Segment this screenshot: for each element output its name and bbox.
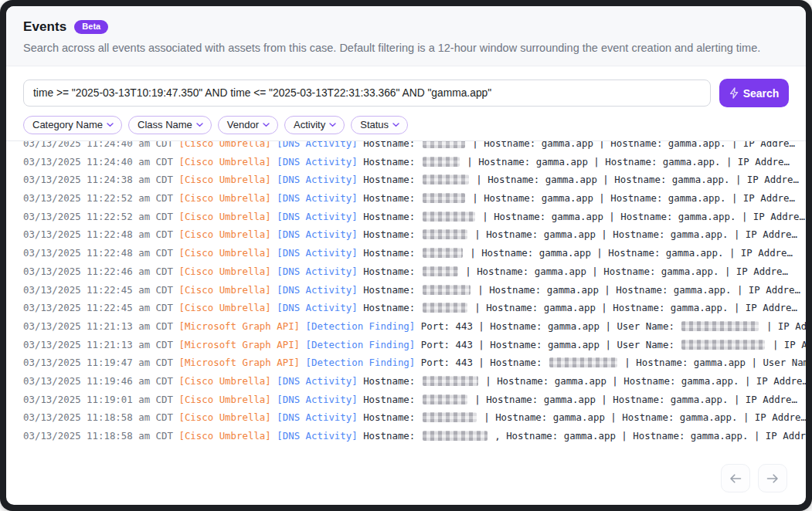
event-timestamp: 03/13/2025 11:22:48 am CDT — [23, 247, 178, 259]
event-message: Hostname: | Hostname: gamma.app | Hostna… — [363, 284, 800, 296]
redacted-value — [423, 193, 465, 203]
event-class: [DNS Activity] — [277, 411, 357, 423]
filter-pill[interactable]: Activity — [284, 116, 345, 134]
next-page-button[interactable] — [758, 464, 787, 492]
event-vendor: [Cisco Umbrella] — [178, 430, 270, 442]
event-log-row[interactable]: 03/13/2025 11:22:45 am CDT [Cisco Umbrel… — [23, 299, 806, 317]
event-class: [Detection Finding] — [306, 339, 416, 350]
filter-pill[interactable]: Vendor — [218, 116, 278, 134]
event-message: Hostname: | Hostname: gamma.app | Hostna… — [363, 411, 806, 423]
prev-page-button[interactable] — [721, 464, 750, 492]
event-class: [DNS Activity] — [277, 247, 357, 259]
event-class: [DNS Activity] — [277, 394, 357, 405]
event-message: Hostname: | Hostname: gamma.app | Hostna… — [363, 375, 806, 387]
event-timestamp: 03/13/2025 11:22:46 am CDT — [23, 266, 178, 277]
event-vendor: [Cisco Umbrella] — [178, 174, 270, 185]
page-title: Events — [23, 19, 66, 35]
beta-badge: Beta — [74, 20, 108, 34]
redacted-value — [423, 157, 460, 167]
event-log-row[interactable]: 03/13/2025 11:22:46 am CDT [Cisco Umbrel… — [23, 262, 806, 281]
event-log-row[interactable]: 03/13/2025 11:19:47 am CDT [Microsoft Gr… — [23, 354, 806, 372]
event-timestamp: 03/13/2025 11:19:01 am CDT — [23, 394, 178, 405]
event-log-scroll: 03/13/2025 11:24:40 am CDT [Cisco Umbrel… — [23, 141, 806, 445]
redacted-value — [681, 321, 759, 331]
event-timestamp: 03/13/2025 11:22:48 am CDT — [23, 228, 178, 240]
search-section: Search Category Name Class Name — [6, 66, 806, 141]
redacted-value — [423, 285, 471, 295]
redacted-value — [681, 340, 765, 350]
event-class: [DNS Activity] — [277, 266, 357, 277]
event-log-row[interactable]: 03/13/2025 11:19:01 am CDT [Cisco Umbrel… — [23, 391, 806, 409]
event-class: [DNS Activity] — [277, 375, 357, 387]
event-timestamp: 03/13/2025 11:18:58 am CDT — [23, 411, 178, 423]
event-log-row[interactable]: 03/13/2025 11:18:58 am CDT [Cisco Umbrel… — [23, 408, 806, 427]
chevron-down-icon — [329, 123, 336, 127]
events-panel: Events Beta Search across all events ass… — [6, 6, 806, 505]
event-vendor: [Cisco Umbrella] — [178, 211, 270, 222]
event-message: Hostname: | Hostname: gamma.app | Hostna… — [363, 174, 799, 185]
bolt-icon — [729, 87, 739, 99]
event-timestamp: 03/13/2025 11:18:58 am CDT — [23, 430, 178, 442]
redacted-value — [423, 376, 478, 386]
event-class: [DNS Activity] — [277, 141, 357, 149]
chevron-down-icon — [392, 123, 399, 127]
window-frame: Events Beta Search across all events ass… — [0, 0, 812, 511]
event-class: [DNS Activity] — [277, 228, 357, 240]
redacted-value — [423, 266, 458, 276]
chevron-down-icon — [263, 123, 270, 127]
event-message: Hostname: | Hostname: gamma.app | Hostna… — [363, 156, 790, 168]
event-class: [Detection Finding] — [306, 357, 416, 368]
search-button[interactable]: Search — [719, 79, 789, 107]
event-class: [DNS Activity] — [277, 302, 357, 313]
event-vendor: [Cisco Umbrella] — [178, 266, 270, 277]
filter-pill-label: Category Name — [32, 119, 103, 130]
event-log-row[interactable]: 03/13/2025 11:22:48 am CDT [Cisco Umbrel… — [23, 225, 806, 244]
redacted-value — [423, 229, 467, 239]
event-timestamp: 03/13/2025 11:22:52 am CDT — [23, 192, 178, 204]
event-log-row[interactable]: 03/13/2025 11:21:13 am CDT [Microsoft Gr… — [23, 336, 806, 354]
event-message: Port: 443 | Hostname: gamma.app | User N… — [421, 339, 806, 350]
event-log-row[interactable]: 03/13/2025 11:22:52 am CDT [Cisco Umbrel… — [23, 208, 806, 226]
event-timestamp: 03/13/2025 11:21:13 am CDT — [23, 320, 178, 332]
event-log-row[interactable]: 03/13/2025 11:22:52 am CDT [Cisco Umbrel… — [23, 189, 806, 208]
filter-pill[interactable]: Class Name — [128, 116, 212, 134]
filter-pill[interactable]: Status — [351, 116, 408, 134]
event-log-list[interactable]: 03/13/2025 11:24:40 am CDT [Cisco Umbrel… — [6, 141, 806, 453]
redacted-value — [423, 212, 475, 222]
event-log-row[interactable]: 03/13/2025 11:21:13 am CDT [Microsoft Gr… — [23, 317, 806, 336]
event-class: [DNS Activity] — [277, 211, 357, 222]
event-log-row[interactable]: 03/13/2025 11:22:48 am CDT [Cisco Umbrel… — [23, 244, 806, 262]
redacted-value — [423, 431, 488, 441]
event-vendor: [Cisco Umbrella] — [178, 411, 270, 423]
event-vendor: [Cisco Umbrella] — [178, 394, 270, 405]
event-class: [Detection Finding] — [306, 320, 416, 332]
panel-header: Events Beta Search across all events ass… — [6, 6, 806, 66]
query-input[interactable] — [23, 80, 711, 107]
event-class: [DNS Activity] — [277, 284, 357, 296]
filter-pill-label: Class Name — [138, 119, 192, 130]
event-log-row[interactable]: 03/13/2025 11:24:40 am CDT [Cisco Umbrel… — [23, 141, 806, 153]
event-log-row[interactable]: 03/13/2025 11:24:38 am CDT [Cisco Umbrel… — [23, 171, 806, 189]
filter-pill-label: Vendor — [227, 119, 259, 130]
event-message: Port: 443 | Hostname: gamma.app | User N… — [421, 320, 806, 332]
event-log-row[interactable]: 03/13/2025 11:22:45 am CDT [Cisco Umbrel… — [23, 281, 806, 299]
event-timestamp: 03/13/2025 11:22:45 am CDT — [23, 302, 178, 313]
event-vendor: [Microsoft Graph API] — [178, 320, 300, 332]
event-vendor: [Cisco Umbrella] — [178, 302, 270, 313]
redacted-value — [423, 303, 467, 313]
filter-pill-label: Status — [360, 119, 389, 130]
redacted-value — [423, 394, 467, 404]
chevron-down-icon — [196, 123, 203, 127]
event-log-row[interactable]: 03/13/2025 11:18:58 am CDT [Cisco Umbrel… — [23, 427, 806, 445]
event-log-row[interactable]: 03/13/2025 11:19:46 am CDT [Cisco Umbrel… — [23, 372, 806, 391]
event-vendor: [Cisco Umbrella] — [178, 228, 270, 240]
event-message: Hostname: | Hostname: gamma.app | Hostna… — [363, 228, 797, 240]
pagination — [6, 453, 806, 492]
filter-bar: Category Name Class Name Vendor — [23, 116, 789, 134]
filter-pill[interactable]: Category Name — [23, 116, 122, 134]
event-log-row[interactable]: 03/13/2025 11:24:40 am CDT [Cisco Umbrel… — [23, 153, 806, 171]
arrow-left-icon — [729, 473, 742, 484]
event-message: Hostname: | Hostname: gamma.app | Hostna… — [363, 211, 805, 222]
event-timestamp: 03/13/2025 11:22:52 am CDT — [23, 211, 178, 222]
event-message: Port: 443 | Hostname: | Hostname: gamma.… — [421, 357, 806, 368]
